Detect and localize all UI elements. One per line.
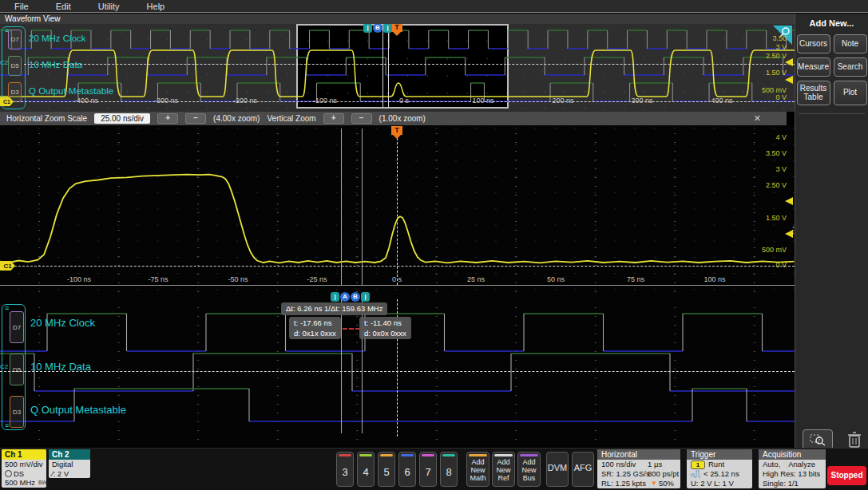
dvm-button[interactable]: DVM [546, 452, 569, 487]
trigger-levels: U: 2 V L: 1 V [687, 479, 752, 488]
cursor-a-badge[interactable]: A [340, 292, 350, 302]
zoom-toolbar: Horizontal Zoom Scale 25.00 ns/div + − (… [0, 112, 787, 125]
trigger-type: Runt [708, 460, 724, 469]
cursor-a-time: t: -17.66 ns [294, 318, 336, 328]
overview-y-tick: 1.50 V [739, 69, 787, 77]
trigger-time-line-zoom [397, 138, 398, 285]
status-bar: Ch 1 500 mV/div DS 500 MHzBW Ch 2 Digita… [0, 448, 868, 490]
cursor-badges-digital[interactable]: | A B | [331, 292, 370, 302]
h-zoom-factor: (4.00x zoom) [213, 114, 260, 123]
results-table-button[interactable]: Results Table [797, 81, 830, 105]
ch3-button[interactable]: 3 [336, 452, 354, 487]
menu-edit[interactable]: Edit [56, 2, 71, 11]
menu-utility[interactable]: Utility [98, 2, 120, 11]
clock-label: 20 MHz Clock [29, 34, 86, 43]
cursors-button[interactable]: Cursors [797, 34, 830, 53]
trash-icon[interactable] [847, 431, 862, 449]
h-zoom-plus-button[interactable]: + [157, 113, 178, 124]
add-new-bus-button[interactable]: Add New Bus [517, 452, 541, 487]
add-new-ref-button[interactable]: Add New Ref [492, 452, 515, 487]
d3-badge[interactable]: D3 [10, 396, 24, 428]
cursor-b-badge[interactable]: B [373, 24, 382, 33]
ch7-button[interactable]: 7 [419, 452, 437, 487]
ch4-color-stripe [359, 454, 372, 456]
ch2-badge[interactable]: Ch 2 Digital ∕: 2 V [49, 449, 90, 478]
trigger-position-marker[interactable]: T [391, 24, 402, 32]
group-grip-top[interactable]: ≡ [5, 306, 9, 311]
d5-badge[interactable]: D5 [8, 56, 22, 76]
acquisition-panel[interactable]: Acquisition Auto,Analyze High Res: 13 bi… [759, 449, 826, 488]
afg-button[interactable]: AFG [572, 452, 594, 487]
cursor-b-badge[interactable]: B [351, 292, 360, 302]
trigger-upper-level-arrow[interactable] [785, 58, 793, 66]
zoom-x-tick: 0 s [392, 275, 402, 283]
probe-icon [5, 470, 12, 477]
overview-x-tick: 100 ns [472, 97, 493, 105]
add-new-math-button[interactable]: Add New Math [466, 452, 489, 487]
note-button[interactable]: Note [834, 34, 867, 53]
ref-color-stripe [494, 454, 513, 456]
ch4-button[interactable]: 4 [357, 452, 375, 487]
horizontal-position: 50% [659, 479, 674, 488]
overview-y-tick: 3 V [739, 43, 787, 51]
acq-analyze: Analyze [788, 460, 815, 469]
overview-x-tick: -300 ns [154, 97, 178, 105]
menu-bar: File Edit Utility Help [0, 0, 868, 13]
ch8-button[interactable]: 8 [440, 452, 458, 487]
horizontal-panel[interactable]: Horizontal 100 ns/div1 µs SR: 1.25 GS/s8… [597, 449, 680, 488]
ch2-type: Digital [49, 460, 90, 469]
ch1-badge[interactable]: Ch 1 500 mV/div DS 500 MHzBW [2, 449, 46, 488]
d5-badge[interactable]: D5 [10, 354, 24, 385]
d7-badge[interactable]: D7 [8, 30, 22, 49]
search-button[interactable]: Search [834, 57, 867, 77]
cursor-gap-indicator [343, 328, 360, 330]
zoom-x-tick: -75 ns [148, 275, 168, 283]
trigger-lower-level-arrow[interactable] [785, 76, 793, 84]
panel-resize-handle[interactable]: ⋮ [789, 225, 797, 235]
digital-waveform-panel[interactable]: ≡ ≡ C2 D7 D5 D3 20 MHz Clock 10 MHz Data… [0, 299, 795, 447]
zoom-close-icon[interactable]: ✕ [754, 113, 761, 124]
trigger-upper-level-arrow-zoom[interactable] [785, 197, 793, 205]
cursor-b-line-zoom[interactable] [362, 128, 363, 285]
measure-button[interactable]: Measure [797, 57, 830, 77]
data-label: 10 MHz Data [29, 60, 82, 69]
sidebar-divider [799, 113, 865, 114]
zoom-waveform-panel[interactable]: C1 T -100 ns-75 ns-50 ns-25 ns0 s25 ns50… [0, 125, 795, 299]
v-zoom-factor: (1.00x zoom) [379, 114, 426, 123]
ch5-button[interactable]: 5 [378, 452, 395, 487]
cursor-a-line-zoom[interactable] [341, 128, 342, 285]
v-zoom-minus-button[interactable]: − [351, 113, 372, 124]
cursor-a-line-digital[interactable] [341, 299, 342, 433]
cursor-b-line-overview[interactable] [388, 26, 389, 107]
trigger-panel[interactable]: Trigger 1Runt < 25.12 ns U: 2 V L: 1 V [687, 449, 752, 488]
cursor-handle-icon[interactable]: | [363, 24, 372, 33]
ch6-button[interactable]: 6 [398, 452, 416, 487]
menu-help[interactable]: Help [147, 2, 165, 11]
group-grip-bottom[interactable]: ≡ [5, 423, 9, 429]
overview-waveform-panel[interactable]: ≡ ≡ C2 D7 D5 D3 20 MHz Clock 10 MHz Data… [0, 24, 795, 112]
zoom-x-tick: 100 ns [704, 275, 725, 283]
cursor-badges-overview[interactable]: | B | [363, 24, 392, 33]
clock-label: 20 MHz Clock [30, 317, 95, 329]
cursor-handle-icon[interactable]: | [331, 292, 339, 302]
sample-resolution: 800 ps/pt [648, 469, 679, 479]
trigger-source-badge: 1 [691, 460, 705, 469]
overview-x-tick: 300 ns [631, 97, 652, 105]
acq-mode: Auto, [763, 460, 780, 469]
cursor-a-line-overview[interactable] [382, 26, 383, 107]
d7-badge[interactable]: D7 [10, 311, 24, 343]
menu-file[interactable]: File [14, 2, 29, 11]
stopped-button[interactable]: Stopped [827, 466, 866, 485]
h-zoom-minus-button[interactable]: − [185, 113, 206, 124]
cursor-handle-icon[interactable]: | [383, 24, 392, 33]
trigger-marker-zoom[interactable]: T [391, 126, 402, 135]
plot-button[interactable]: Plot [834, 81, 867, 105]
h-zoom-scale-value[interactable]: 25.00 ns/div [94, 113, 150, 124]
v-zoom-plus-button[interactable]: + [323, 113, 344, 124]
q-label: Q Output Metastable [29, 86, 113, 96]
cursor-handle-icon[interactable]: | [361, 292, 370, 302]
runt-pulse-icon [691, 470, 701, 478]
overview-y-tick: 2.50 V [739, 52, 787, 60]
zoom-x-tick: -25 ns [307, 275, 327, 283]
cursor-b-readout: t: -11.40 ns d: 0x0x 0xxx [359, 317, 411, 339]
